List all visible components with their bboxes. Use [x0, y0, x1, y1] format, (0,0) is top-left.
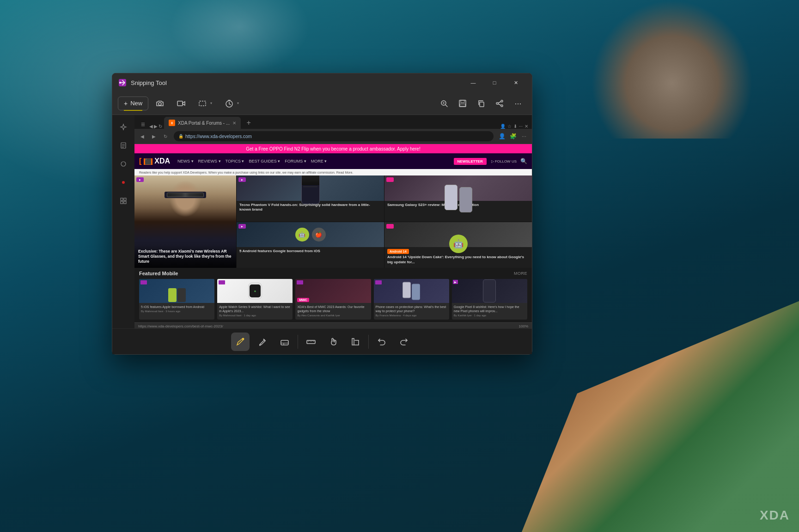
article-xiaomi-ar[interactable]: ▶ Exclusive: These are Xiaomi's new Wire…	[134, 175, 236, 268]
undo-button[interactable]	[372, 332, 391, 351]
newsletter-btn[interactable]: NEWSLETTER	[454, 158, 487, 165]
url-text: https://www.xda-developers.com	[185, 134, 252, 139]
share-icon	[495, 99, 504, 108]
close-button[interactable]: ✕	[505, 75, 526, 90]
crop-tool-button[interactable]	[346, 332, 365, 351]
tecno-badge: ▶	[238, 177, 246, 182]
browser-status-bar: https://www.xda-developers.com/best-of-m…	[134, 322, 532, 328]
featured-card-1-badge	[140, 280, 147, 284]
copy-button[interactable]	[473, 95, 489, 112]
pen-tool-button[interactable]	[231, 332, 250, 351]
svg-rect-17	[121, 198, 123, 200]
svg-rect-19	[121, 201, 123, 204]
snipping-tool-window: Snipping Tool — □ ✕ + New	[112, 73, 532, 355]
browser-close-btn[interactable]: ✕	[525, 124, 528, 129]
xda-watermark: XDA	[760, 508, 790, 523]
ruler-tool-button[interactable]	[302, 332, 320, 351]
browser-profile-btn[interactable]: 👤	[497, 131, 507, 141]
sidebar-dot-icon[interactable]	[115, 174, 132, 191]
nav-news[interactable]: NEWS ▾	[177, 159, 194, 163]
new-icon: +	[124, 100, 128, 107]
tecno-article-text: Tecno Phantom V Fold hands-on: Surprisin…	[237, 201, 384, 214]
new-button[interactable]: + New	[118, 97, 148, 110]
maximize-button[interactable]: □	[484, 75, 505, 90]
tab-close-button[interactable]: ✕	[232, 121, 236, 126]
timer-button[interactable]: ▾	[220, 97, 244, 110]
nav-topics[interactable]: TOPICS ▾	[226, 159, 244, 163]
article-grid-right: ▶ Tecno Phantom V Fold hands-on: Surpris…	[237, 175, 532, 268]
zoom-level: 100%	[519, 324, 528, 328]
browser-settings-icon[interactable]: ···	[519, 124, 523, 129]
nav-forums[interactable]: FORUMS ▾	[285, 159, 306, 163]
samsung-badge	[386, 177, 394, 182]
featured-more-link[interactable]: MORE	[514, 271, 527, 276]
share-button[interactable]	[491, 95, 508, 112]
address-bar[interactable]: 🔒 https://www.xda-developers.com	[174, 131, 494, 141]
browser-tab-bar: ☰ ◀ ▶ ↻ X XDA Portal & Forums - ... ✕	[134, 115, 532, 129]
lock-icon: 🔒	[178, 134, 183, 139]
new-label: New	[130, 100, 142, 107]
zoom-button[interactable]	[436, 95, 452, 112]
nav-reviews[interactable]: REVIEWS ▾	[198, 159, 221, 163]
featured-card-ios-text: 5 iOS features Apple borrowed from Andro…	[139, 303, 214, 315]
svg-point-12	[496, 103, 498, 104]
new-tab-button[interactable]: +	[243, 117, 255, 129]
sidebar-circle-icon[interactable]	[115, 156, 132, 172]
svg-point-11	[501, 100, 503, 102]
redo-button[interactable]	[395, 332, 413, 351]
featured-card-apple-watch[interactable]: ● Apple Watch Series 9 wishlist: What I …	[217, 279, 293, 320]
nav-more[interactable]: MORE ▾	[311, 159, 327, 163]
save-button[interactable]	[454, 95, 471, 112]
sidebar-grid-icon[interactable]	[115, 193, 132, 209]
featured-card-mwc[interactable]: MWC XDA's Best of MWC 2023 Awards: Our f…	[295, 279, 371, 320]
featured-card-ios[interactable]: 5 iOS features Apple borrowed from Andro…	[139, 279, 214, 320]
xda-nav-links: NEWS ▾ REVIEWS ▾ TOPICS ▾ BEST GUIDES ▾ …	[177, 159, 327, 163]
window-title: Snipping Tool	[131, 79, 463, 86]
minimize-button[interactable]: —	[463, 75, 484, 90]
svg-point-15	[121, 162, 126, 166]
sidebar-page-icon[interactable]	[115, 137, 132, 154]
camera-mode-button[interactable]	[150, 97, 170, 110]
highlighter-tool-button[interactable]	[253, 332, 272, 351]
nav-best-guides[interactable]: BEST GUIDES ▾	[249, 159, 280, 163]
browser-download-icon[interactable]: ⬇	[513, 124, 517, 129]
more-options-button[interactable]: ···	[510, 95, 526, 112]
logo-xda-text: XDA	[154, 157, 170, 165]
shape-snip-button[interactable]: ▾	[193, 97, 218, 110]
video-mode-button[interactable]	[171, 97, 191, 110]
more-dots-icon: ···	[514, 99, 521, 108]
browser-sidebar-toggle[interactable]: ☰	[138, 120, 147, 129]
browser-extensions-btn[interactable]: 🧩	[508, 131, 518, 141]
article-samsung[interactable]: Samsung Galaxy S23+ review: Mind the com…	[384, 175, 532, 222]
featured-card-phonecases[interactable]: Phone cases vs protection plans: What's …	[374, 279, 449, 320]
browser-refresh-btn[interactable]: ↻	[159, 124, 162, 129]
title-bar: Snipping Tool — □ ✕	[112, 73, 532, 92]
featured-card-watch-text: Apple Watch Series 9 wishlist: What I wa…	[217, 303, 293, 320]
browser-back-arrow[interactable]: ◀	[137, 131, 147, 141]
eraser-tool-button[interactable]	[275, 332, 294, 351]
browser-reload-btn[interactable]: ↻	[160, 131, 171, 141]
svg-rect-4	[199, 101, 206, 106]
browser-favorites-icon[interactable]: ☆	[507, 124, 512, 129]
browser-forward-btn[interactable]: ▶	[154, 124, 158, 129]
copy-icon	[477, 99, 485, 108]
sidebar-pin-icon[interactable]	[115, 119, 132, 135]
search-icon[interactable]: 🔍	[520, 158, 527, 164]
browser-more-btn[interactable]: ···	[519, 131, 529, 141]
featured-card-pixel8[interactable]: ▶ Google Pixel 8 wishlist: Here's how I …	[452, 279, 527, 320]
timer-icon	[225, 99, 233, 108]
highlighter-icon	[257, 337, 268, 347]
play-icon: ▶	[139, 178, 141, 181]
follow-us-btn[interactable]: ▷ FOLLOW US	[491, 159, 517, 163]
browser-active-tab[interactable]: X XDA Portal & Forums - ... ✕	[164, 117, 241, 129]
browser-user-icon[interactable]: 👤	[500, 124, 506, 129]
browser-chrome: ☰ ◀ ▶ ↻ X XDA Portal & Forums - ... ✕	[134, 115, 532, 144]
article-tecno[interactable]: ▶ Tecno Phantom V Fold hands-on: Surpris…	[237, 175, 384, 222]
touch-tool-button[interactable]	[324, 332, 342, 351]
browser-back-btn[interactable]: ◀	[149, 124, 153, 129]
browser-forward-arrow[interactable]: ▶	[149, 131, 159, 141]
featured-card-pixel-img: ▶	[452, 279, 527, 303]
undo-icon	[377, 337, 387, 347]
article-android-ios[interactable]: 🤖 🍎 ▶ 5 A	[237, 222, 384, 268]
article-android14[interactable]: 🤖 Android 14 Android 14 'Upside Down Cak…	[384, 222, 532, 268]
